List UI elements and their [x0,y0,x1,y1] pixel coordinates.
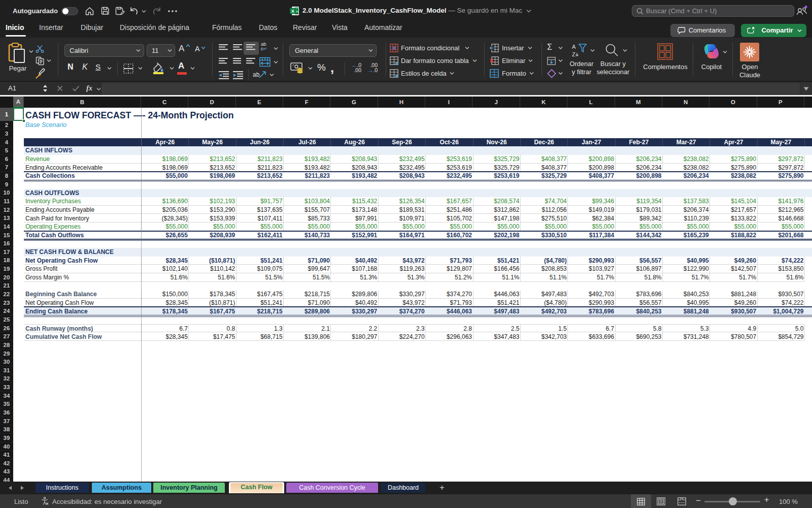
svg-text:X: X [291,8,295,14]
svg-text:A: A [572,44,576,50]
svg-text:Z: Z [572,51,576,57]
